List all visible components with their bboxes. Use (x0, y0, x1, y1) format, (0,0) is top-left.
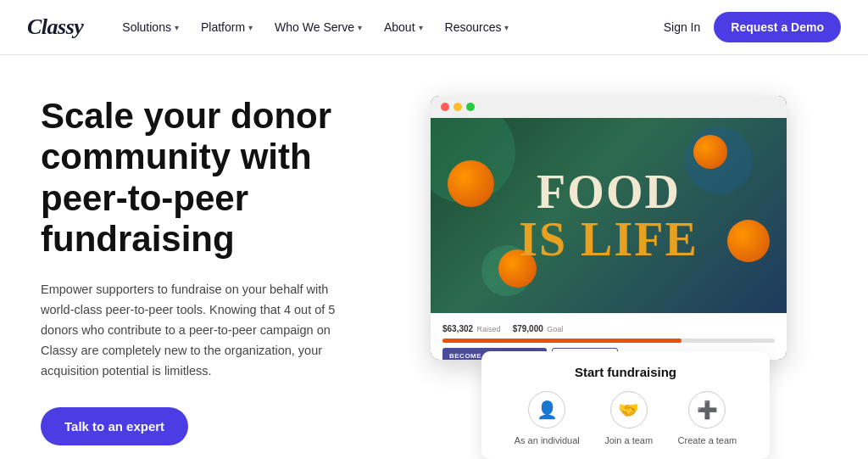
join-team-label: Join a team (604, 435, 653, 445)
nav-resources[interactable]: Resources ▾ (437, 15, 518, 39)
minimize-icon (453, 103, 462, 111)
nav-right: Sign In Request a Demo (664, 12, 841, 42)
browser-bar (431, 96, 787, 118)
chevron-down-icon: ▾ (358, 23, 362, 32)
chevron-down-icon: ▾ (504, 23, 509, 32)
create-team-label: Create a team (678, 435, 737, 445)
raised-label: Raised (477, 325, 501, 333)
close-icon (441, 103, 449, 111)
talk-to-expert-button[interactable]: Talk to an expert (41, 407, 188, 445)
request-demo-button[interactable]: Request a Demo (714, 12, 841, 42)
hero-left: Scale your donor community with peer-to-… (41, 96, 397, 459)
fundraising-card: Start fundraising 👤 As an individual 🤝 J… (481, 351, 770, 459)
join-team-option[interactable]: 🤝 Join a team (604, 391, 653, 445)
campaign-image: FOOD IS LIFE (431, 118, 787, 313)
campaign-preview: FOOD IS LIFE $63,302 Raised $79,000 Goal (431, 96, 787, 360)
chevron-down-icon: ▾ (248, 23, 253, 32)
goal-amount: $79,000 (513, 324, 543, 333)
goal-label: Goal (547, 325, 563, 333)
nav-about[interactable]: About ▾ (376, 15, 431, 39)
fundraising-title: Start fundraising (502, 365, 749, 379)
individual-icon: 👤 (528, 391, 565, 428)
hero-right: FOOD IS LIFE $63,302 Raised $79,000 Goal (431, 96, 827, 459)
brand-logo[interactable]: Classy (27, 14, 83, 40)
fruit-decor-3 (727, 220, 770, 262)
fruit-decor-4 (693, 135, 727, 169)
nav-links: Solutions ▾ Platform ▾ Who We Serve ▾ Ab… (114, 15, 663, 39)
nav-platform[interactable]: Platform ▾ (192, 15, 261, 39)
fundraising-options: 👤 As an individual 🤝 Join a team ➕ Creat… (502, 391, 749, 445)
create-team-option[interactable]: ➕ Create a team (678, 391, 737, 445)
hero-subtext: Empower supporters to fundraise on your … (41, 280, 363, 382)
life-text: IS LIFE (519, 216, 698, 263)
chevron-down-icon: ▾ (419, 23, 423, 32)
nav-solutions[interactable]: Solutions ▾ (114, 15, 187, 39)
individual-label: As an individual (515, 435, 580, 445)
raised-amount: $63,302 (442, 324, 473, 333)
nav-who-we-serve[interactable]: Who We Serve ▾ (266, 15, 370, 39)
create-team-icon: ➕ (688, 391, 726, 428)
progress-bar-fill (442, 339, 682, 343)
main-content: Scale your donor community with peer-to-… (0, 55, 868, 459)
progress-bar-track (442, 339, 775, 343)
maximize-icon (466, 103, 475, 111)
hero-headline: Scale your donor community with peer-to-… (41, 96, 397, 260)
sign-in-button[interactable]: Sign In (664, 20, 701, 34)
join-team-icon: 🤝 (610, 391, 648, 428)
navbar: Classy Solutions ▾ Platform ▾ Who We Ser… (0, 0, 868, 55)
individual-option[interactable]: 👤 As an individual (515, 391, 580, 445)
food-text: FOOD (519, 168, 698, 216)
chevron-down-icon: ▾ (175, 23, 179, 32)
fruit-decor-1 (448, 160, 494, 207)
campaign-title: FOOD IS LIFE (519, 168, 698, 263)
